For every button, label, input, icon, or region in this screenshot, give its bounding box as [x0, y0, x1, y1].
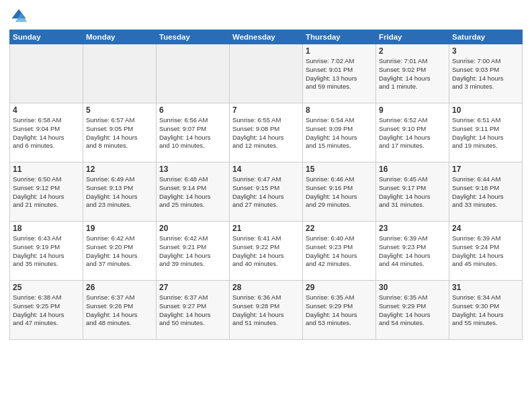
table-row: 28Sunrise: 6:36 AM Sunset: 9:28 PM Dayli… [230, 281, 303, 340]
day-detail: Sunrise: 6:40 AM Sunset: 9:23 PM Dayligh… [306, 234, 373, 269]
calendar-table: SundayMondayTuesdayWednesdayThursdayFrid… [9, 30, 523, 340]
table-row: 25Sunrise: 6:38 AM Sunset: 9:25 PM Dayli… [10, 281, 83, 340]
day-number: 7 [232, 105, 300, 115]
table-row: 22Sunrise: 6:40 AM Sunset: 9:23 PM Dayli… [303, 222, 376, 281]
day-detail: Sunrise: 6:52 AM Sunset: 9:10 PM Dayligh… [379, 116, 446, 150]
weekday-header-friday: Friday [376, 30, 449, 44]
day-number: 19 [86, 224, 153, 233]
table-row: 10Sunrise: 6:51 AM Sunset: 9:11 PM Dayli… [449, 103, 523, 163]
week-row-2: 4Sunrise: 6:58 AM Sunset: 9:04 PM Daylig… [10, 103, 523, 163]
table-row [157, 44, 230, 103]
day-detail: Sunrise: 6:37 AM Sunset: 9:26 PM Dayligh… [86, 293, 153, 328]
day-number: 10 [452, 105, 519, 115]
day-detail: Sunrise: 6:55 AM Sunset: 9:08 PM Dayligh… [232, 116, 300, 150]
weekday-header-thursday: Thursday [303, 30, 376, 44]
table-row: 13Sunrise: 6:48 AM Sunset: 9:14 PM Dayli… [157, 163, 230, 222]
table-row: 7Sunrise: 6:55 AM Sunset: 9:08 PM Daylig… [230, 103, 303, 163]
weekday-header-saturday: Saturday [449, 30, 523, 44]
day-detail: Sunrise: 7:00 AM Sunset: 9:03 PM Dayligh… [452, 57, 519, 91]
day-number: 2 [379, 46, 446, 56]
table-row: 21Sunrise: 6:41 AM Sunset: 9:22 PM Dayli… [230, 222, 303, 281]
table-row: 5Sunrise: 6:57 AM Sunset: 9:05 PM Daylig… [83, 103, 157, 163]
table-row: 1Sunrise: 7:02 AM Sunset: 9:01 PM Daylig… [303, 44, 376, 103]
weekday-header-tuesday: Tuesday [157, 30, 230, 44]
day-number: 14 [232, 165, 300, 174]
day-detail: Sunrise: 6:44 AM Sunset: 9:18 PM Dayligh… [452, 175, 519, 210]
day-detail: Sunrise: 7:02 AM Sunset: 9:01 PM Dayligh… [306, 57, 373, 91]
table-row [230, 44, 303, 103]
weekday-header-row: SundayMondayTuesdayWednesdayThursdayFrid… [10, 30, 523, 44]
day-number: 9 [379, 105, 446, 115]
table-row: 15Sunrise: 6:46 AM Sunset: 9:16 PM Dayli… [303, 163, 376, 222]
day-detail: Sunrise: 6:38 AM Sunset: 9:25 PM Dayligh… [13, 293, 80, 328]
day-number: 30 [379, 283, 446, 292]
day-number: 11 [13, 165, 80, 174]
day-number: 31 [452, 283, 519, 292]
day-detail: Sunrise: 6:37 AM Sunset: 9:27 PM Dayligh… [159, 293, 226, 328]
table-row: 27Sunrise: 6:37 AM Sunset: 9:27 PM Dayli… [157, 281, 230, 340]
day-detail: Sunrise: 6:58 AM Sunset: 9:04 PM Dayligh… [13, 116, 80, 150]
day-detail: Sunrise: 6:39 AM Sunset: 9:24 PM Dayligh… [452, 234, 519, 269]
day-detail: Sunrise: 6:46 AM Sunset: 9:16 PM Dayligh… [306, 175, 373, 210]
day-detail: Sunrise: 6:54 AM Sunset: 9:09 PM Dayligh… [306, 116, 373, 150]
week-row-4: 18Sunrise: 6:43 AM Sunset: 9:19 PM Dayli… [10, 222, 523, 281]
day-detail: Sunrise: 6:49 AM Sunset: 9:13 PM Dayligh… [86, 175, 153, 210]
day-number: 17 [452, 165, 519, 174]
table-row: 16Sunrise: 6:45 AM Sunset: 9:17 PM Dayli… [376, 163, 449, 222]
day-detail: Sunrise: 6:56 AM Sunset: 9:07 PM Dayligh… [159, 116, 226, 150]
day-number: 29 [306, 283, 373, 292]
weekday-header-sunday: Sunday [10, 30, 83, 44]
day-number: 8 [306, 105, 373, 115]
day-number: 3 [452, 46, 519, 56]
weekday-header-monday: Monday [83, 30, 157, 44]
table-row: 11Sunrise: 6:50 AM Sunset: 9:12 PM Dayli… [10, 163, 83, 222]
table-row: 31Sunrise: 6:34 AM Sunset: 9:30 PM Dayli… [449, 281, 523, 340]
day-detail: Sunrise: 6:47 AM Sunset: 9:15 PM Dayligh… [232, 175, 300, 210]
table-row: 9Sunrise: 6:52 AM Sunset: 9:10 PM Daylig… [376, 103, 449, 163]
table-row: 8Sunrise: 6:54 AM Sunset: 9:09 PM Daylig… [303, 103, 376, 163]
week-row-5: 25Sunrise: 6:38 AM Sunset: 9:25 PM Dayli… [10, 281, 523, 340]
table-row: 26Sunrise: 6:37 AM Sunset: 9:26 PM Dayli… [83, 281, 157, 340]
day-detail: Sunrise: 6:35 AM Sunset: 9:29 PM Dayligh… [306, 293, 373, 328]
day-number: 28 [232, 283, 300, 292]
logo [9, 7, 31, 26]
day-detail: Sunrise: 6:50 AM Sunset: 9:12 PM Dayligh… [13, 175, 80, 210]
table-row: 24Sunrise: 6:39 AM Sunset: 9:24 PM Dayli… [449, 222, 523, 281]
day-detail: Sunrise: 6:42 AM Sunset: 9:20 PM Dayligh… [86, 234, 153, 269]
day-number: 12 [86, 165, 153, 174]
day-number: 20 [159, 224, 226, 233]
day-detail: Sunrise: 6:43 AM Sunset: 9:19 PM Dayligh… [13, 234, 80, 269]
day-number: 21 [232, 224, 300, 233]
table-row: 14Sunrise: 6:47 AM Sunset: 9:15 PM Dayli… [230, 163, 303, 222]
day-detail: Sunrise: 7:01 AM Sunset: 9:02 PM Dayligh… [379, 57, 446, 91]
day-number: 6 [159, 105, 226, 115]
day-detail: Sunrise: 6:36 AM Sunset: 9:28 PM Dayligh… [232, 293, 300, 328]
calendar-body: 1Sunrise: 7:02 AM Sunset: 9:01 PM Daylig… [10, 44, 523, 340]
day-number: 5 [86, 105, 153, 115]
day-detail: Sunrise: 6:51 AM Sunset: 9:11 PM Dayligh… [452, 116, 519, 150]
day-number: 23 [379, 224, 446, 233]
day-detail: Sunrise: 6:48 AM Sunset: 9:14 PM Dayligh… [159, 175, 226, 210]
day-detail: Sunrise: 6:35 AM Sunset: 9:29 PM Dayligh… [379, 293, 446, 328]
table-row: 18Sunrise: 6:43 AM Sunset: 9:19 PM Dayli… [10, 222, 83, 281]
table-row: 4Sunrise: 6:58 AM Sunset: 9:04 PM Daylig… [10, 103, 83, 163]
day-number: 22 [306, 224, 373, 233]
day-detail: Sunrise: 6:45 AM Sunset: 9:17 PM Dayligh… [379, 175, 446, 210]
logo-icon [9, 7, 28, 26]
header [9, 7, 523, 26]
day-number: 13 [159, 165, 226, 174]
weekday-header-wednesday: Wednesday [230, 30, 303, 44]
table-row: 3Sunrise: 7:00 AM Sunset: 9:03 PM Daylig… [449, 44, 523, 103]
table-row: 30Sunrise: 6:35 AM Sunset: 9:29 PM Dayli… [376, 281, 449, 340]
table-row [83, 44, 157, 103]
day-number: 15 [306, 165, 373, 174]
table-row: 20Sunrise: 6:42 AM Sunset: 9:21 PM Dayli… [157, 222, 230, 281]
table-row: 6Sunrise: 6:56 AM Sunset: 9:07 PM Daylig… [157, 103, 230, 163]
table-row [10, 44, 83, 103]
day-detail: Sunrise: 6:34 AM Sunset: 9:30 PM Dayligh… [452, 293, 519, 328]
day-number: 24 [452, 224, 519, 233]
week-row-3: 11Sunrise: 6:50 AM Sunset: 9:12 PM Dayli… [10, 163, 523, 222]
table-row: 29Sunrise: 6:35 AM Sunset: 9:29 PM Dayli… [303, 281, 376, 340]
day-number: 4 [13, 105, 80, 115]
day-detail: Sunrise: 6:57 AM Sunset: 9:05 PM Dayligh… [86, 116, 153, 150]
